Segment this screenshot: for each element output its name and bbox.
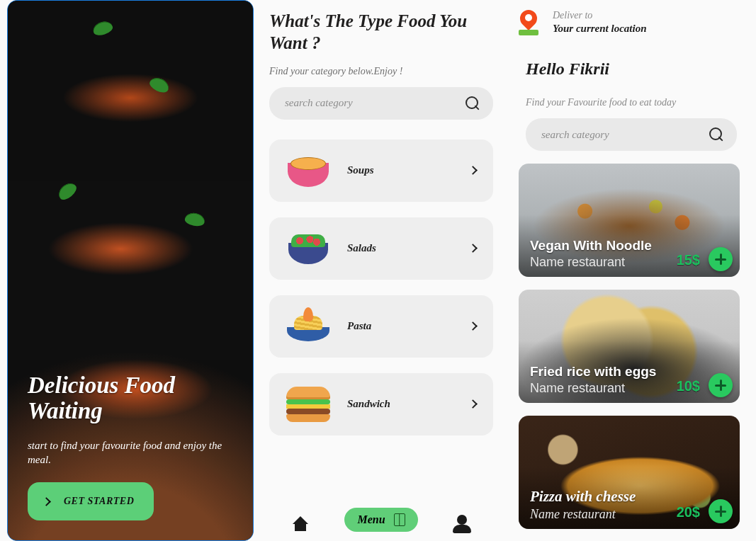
nav-menu[interactable]: Menu (344, 508, 417, 532)
feed-search-input[interactable] (541, 129, 701, 141)
category-list: Soups Salads Pasta Sandwich (269, 139, 493, 435)
chevron-right-icon (468, 244, 478, 253)
hero-title: Delicious Food Waiting (28, 373, 237, 423)
food-price: 20$ (677, 504, 700, 520)
sandwich-icon (285, 385, 332, 424)
food-price: 10$ (677, 378, 700, 394)
greeting: Hello Fikrii (526, 59, 740, 79)
category-item-sandwich[interactable]: Sandwich (269, 373, 493, 435)
chevron-right-icon (468, 399, 478, 409)
add-to-cart-button[interactable] (709, 247, 733, 271)
pasta-icon (285, 307, 332, 346)
category-item-salads[interactable]: Salads (269, 217, 493, 280)
search-icon (709, 127, 724, 142)
bottom-nav: Menu (269, 499, 493, 541)
category-item-pasta[interactable]: Pasta (269, 295, 493, 358)
chevron-right-icon (468, 321, 478, 331)
location-pin-icon (519, 10, 538, 35)
food-card[interactable]: Fried rice with eggs Name restaurant 10$ (519, 290, 740, 403)
deliver-value: Your current location (553, 23, 647, 35)
get-started-label: GET STARTED (64, 496, 134, 507)
search-icon (465, 96, 480, 111)
food-card[interactable]: Vegan With Noodle Name restaurant 15$ (519, 164, 740, 277)
nav-home[interactable] (290, 509, 311, 530)
salad-icon (285, 229, 332, 268)
category-label: Sandwich (347, 398, 470, 410)
category-label: Soups (347, 164, 470, 176)
food-title: Fried rice with eggs (530, 364, 728, 380)
hero-title-line2: Waiting (28, 398, 103, 423)
nav-menu-label: Menu (357, 513, 385, 526)
feed-search[interactable] (526, 118, 737, 151)
chevron-right-icon (468, 166, 478, 175)
category-search[interactable] (269, 87, 493, 120)
nav-profile[interactable] (451, 509, 473, 530)
menu-icon (394, 513, 405, 526)
categories-title: What's The Type Food You Want ? (269, 10, 493, 55)
soup-icon (285, 151, 332, 190)
category-item-soups[interactable]: Soups (269, 139, 493, 202)
categories-panel: What's The Type Food You Want ? Find you… (268, 0, 495, 541)
hero-subtitle: start to find your favourite food and en… (28, 438, 237, 467)
deliver-row[interactable]: Deliver to Your current location (516, 10, 740, 35)
get-started-button[interactable]: GET STARTED (28, 482, 154, 520)
add-to-cart-button[interactable] (709, 499, 733, 523)
deliver-label: Deliver to (553, 10, 647, 21)
hero-title-line1: Delicious Food (28, 372, 175, 398)
hero-panel: Delicious Food Waiting start to find you… (7, 0, 254, 541)
feed-panel: Deliver to Your current location Hello F… (509, 0, 743, 541)
add-to-cart-button[interactable] (709, 373, 733, 397)
food-price: 15$ (677, 252, 700, 268)
food-card[interactable]: Pizza with chesse Name restaurant 20$ (519, 416, 740, 529)
category-search-input[interactable] (285, 97, 458, 109)
home-icon (293, 516, 308, 524)
food-title: Vegan With Noodle (530, 238, 728, 254)
category-label: Pasta (347, 320, 470, 332)
feed-subtitle: Find your Favourite food to eat today (526, 97, 740, 108)
categories-subtitle: Find your category below.Enjoy ! (269, 66, 493, 77)
food-card-list: Vegan With Noodle Name restaurant 15$ Fr… (519, 164, 740, 529)
user-icon (457, 515, 467, 525)
food-title: Pizza with chesse (530, 488, 728, 506)
category-label: Salads (347, 242, 470, 254)
chevron-right-icon (42, 497, 51, 506)
